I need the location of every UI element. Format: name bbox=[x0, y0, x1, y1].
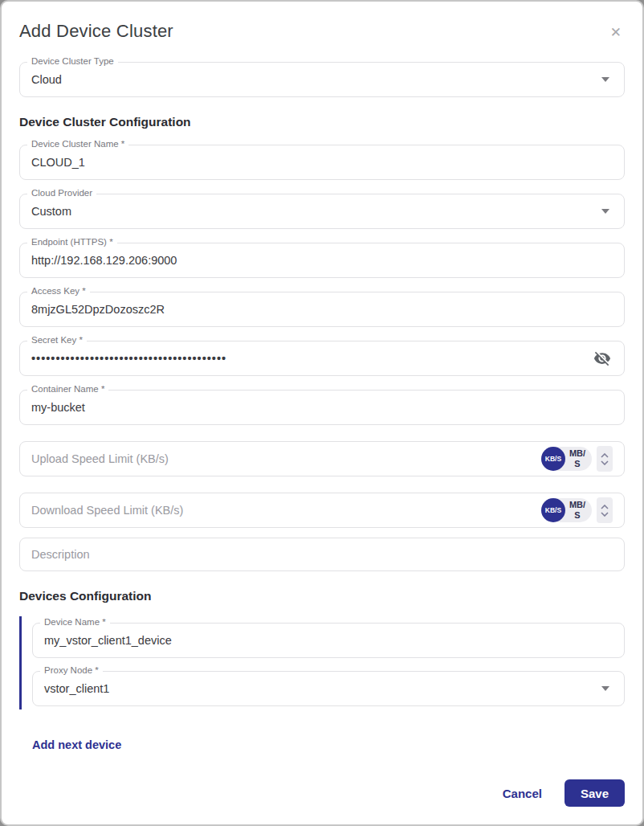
description-input[interactable] bbox=[31, 548, 613, 561]
cloud-provider-select[interactable]: Cloud Provider Custom bbox=[19, 194, 625, 229]
chevron-up-icon bbox=[601, 453, 609, 458]
cloud-provider-label: Cloud Provider bbox=[27, 188, 96, 198]
endpoint-label: Endpoint (HTTPS) * bbox=[27, 237, 117, 247]
save-button[interactable]: Save bbox=[565, 779, 625, 807]
device-cluster-name-field: Device Cluster Name * bbox=[19, 145, 625, 180]
cluster-configuration-heading: Device Cluster Configuration bbox=[19, 115, 625, 131]
access-key-input[interactable] bbox=[31, 303, 613, 316]
device-cluster-type-select[interactable]: Device Cluster Type Cloud bbox=[19, 62, 625, 97]
unit-mbs-option[interactable]: MB/S bbox=[567, 448, 588, 468]
device-name-input[interactable] bbox=[44, 634, 613, 647]
container-name-label: Container Name * bbox=[27, 384, 108, 394]
dialog-footer: Cancel Save bbox=[503, 779, 625, 807]
proxy-node-value: vstor_client1 bbox=[44, 682, 593, 695]
unit-kbs-selected[interactable]: KB/S bbox=[541, 447, 565, 471]
cloud-provider-value: Custom bbox=[31, 205, 593, 218]
chevron-down-icon bbox=[601, 686, 609, 691]
description-field bbox=[19, 538, 625, 571]
access-key-field: Access Key * bbox=[19, 292, 625, 327]
device-name-label: Device Name * bbox=[40, 617, 110, 627]
upload-unit-toggle[interactable]: KB/S MB/S bbox=[541, 447, 592, 471]
chevron-down-icon bbox=[601, 460, 609, 465]
device-cluster-name-input[interactable] bbox=[31, 156, 613, 169]
upload-speed-stepper[interactable] bbox=[597, 446, 613, 472]
container-name-field: Container Name * bbox=[19, 390, 625, 425]
chevron-down-icon bbox=[601, 77, 609, 82]
download-speed-stepper[interactable] bbox=[597, 497, 613, 523]
chevron-down-icon bbox=[601, 512, 609, 517]
cancel-button[interactable]: Cancel bbox=[503, 787, 542, 800]
close-icon[interactable]: ✕ bbox=[607, 22, 625, 43]
device-cluster-name-label: Device Cluster Name * bbox=[27, 139, 128, 149]
proxy-node-select[interactable]: Proxy Node * vstor_client1 bbox=[32, 671, 625, 706]
secret-key-input[interactable] bbox=[31, 352, 592, 365]
add-device-cluster-dialog: Add Device Cluster ✕ Device Cluster Type… bbox=[0, 0, 644, 826]
container-name-input[interactable] bbox=[31, 401, 613, 414]
device-group: Device Name * Proxy Node * vstor_client1 bbox=[19, 616, 625, 709]
device-cluster-type-value: Cloud bbox=[31, 73, 593, 86]
page-title: Add Device Cluster bbox=[19, 21, 173, 42]
add-next-device-button[interactable]: Add next device bbox=[32, 738, 121, 751]
upload-speed-input[interactable] bbox=[31, 452, 541, 465]
unit-kbs-selected[interactable]: KB/S bbox=[541, 498, 565, 522]
eye-off-icon[interactable] bbox=[592, 348, 613, 369]
chevron-up-icon bbox=[601, 505, 609, 509]
devices-configuration-heading: Devices Configuration bbox=[19, 589, 625, 605]
secret-key-field: Secret Key * bbox=[19, 341, 625, 376]
endpoint-field: Endpoint (HTTPS) * bbox=[19, 243, 625, 278]
download-unit-toggle[interactable]: KB/S MB/S bbox=[541, 498, 592, 522]
download-speed-input[interactable] bbox=[31, 504, 541, 517]
endpoint-input[interactable] bbox=[31, 254, 613, 267]
dialog-header: Add Device Cluster ✕ bbox=[19, 2, 625, 43]
secret-key-label: Secret Key * bbox=[27, 335, 87, 345]
upload-speed-field: KB/S MB/S bbox=[19, 441, 625, 476]
proxy-node-label: Proxy Node * bbox=[40, 665, 103, 675]
device-cluster-type-label: Device Cluster Type bbox=[27, 56, 118, 66]
access-key-label: Access Key * bbox=[27, 286, 90, 296]
chevron-down-icon bbox=[601, 209, 609, 214]
download-speed-field: KB/S MB/S bbox=[19, 493, 625, 528]
unit-mbs-option[interactable]: MB/S bbox=[567, 500, 588, 520]
device-name-field: Device Name * bbox=[32, 623, 625, 658]
